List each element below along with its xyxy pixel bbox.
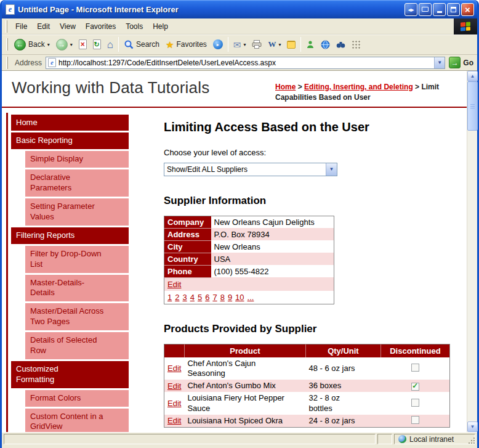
minimize-button[interactable]	[433, 3, 446, 16]
select-dropdown-icon[interactable]: ▼	[326, 163, 337, 176]
go-button[interactable]: → Go	[449, 57, 473, 68]
page-title: Limiting Access Based on the User	[164, 120, 467, 134]
forward-button[interactable]: → ▾	[53, 37, 76, 52]
menu-view[interactable]: View	[55, 20, 81, 33]
sidebar-item-basic-reporting[interactable]: Basic Reporting	[11, 132, 129, 149]
product-edit-link[interactable]: Edit	[167, 364, 181, 373]
access-level-select[interactable]: Show/Edit ALL Suppliers ▼	[164, 163, 337, 176]
product-edit-link[interactable]: Edit	[167, 399, 181, 408]
media-button[interactable]: ▸	[210, 38, 226, 51]
breadcrumb-separator: >	[298, 83, 302, 91]
resize-grip[interactable]	[473, 442, 475, 444]
pager-link-5[interactable]: 5	[198, 293, 202, 302]
toolbar: ← Back ▾ → ▾ × ↻ ⌂	[2, 35, 477, 55]
pager-link-6[interactable]: 6	[205, 293, 209, 302]
menu-help[interactable]: Help	[148, 20, 173, 33]
menu-edit[interactable]: Edit	[32, 20, 55, 33]
pager-link-2[interactable]: 2	[175, 293, 179, 302]
back-caret-icon: ▾	[47, 42, 50, 47]
sidebar-item-filter-by-dropdown-list[interactable]: Filter by Drop-Down List	[25, 246, 129, 273]
menu-tools[interactable]: Tools	[121, 20, 148, 33]
product-edit-link[interactable]: Edit	[167, 416, 181, 425]
mail-button[interactable]: ✉ ▾	[230, 38, 249, 51]
addressbar-grip[interactable]	[6, 57, 8, 69]
breadcrumb-separator: >	[415, 83, 419, 91]
discontinued-checkbox[interactable]	[411, 383, 419, 391]
pager: 12345678910...	[164, 291, 334, 304]
sidebar-item-filtering-reports[interactable]: Filtering Reports	[11, 227, 129, 244]
sidebar-item-details-of-selected-row[interactable]: Details of Selected Row	[25, 332, 129, 359]
discontinued-checkbox[interactable]	[411, 399, 419, 407]
pager-link-7[interactable]: 7	[212, 293, 217, 302]
back-button[interactable]: ← Back ▾	[11, 37, 53, 52]
pager-link-9[interactable]: 9	[228, 293, 232, 302]
breadcrumb-home-link[interactable]: Home	[275, 83, 296, 91]
column-header-product: Product	[184, 344, 305, 357]
menubar-grip[interactable]	[6, 20, 7, 33]
sidebar-item-customized-formatting[interactable]: Customized Formatting	[11, 361, 129, 388]
titlebar[interactable]: e Untitled Page - Microsoft Internet Exp…	[2, 0, 477, 18]
quick-launch-button[interactable]	[348, 38, 363, 51]
discontinued-checkbox[interactable]	[411, 364, 419, 372]
fullscreen-button[interactable]	[419, 3, 432, 16]
forward-icon: →	[56, 39, 68, 51]
discontinued-checkbox[interactable]	[411, 416, 419, 424]
globe-icon	[398, 435, 406, 443]
sidebar-nav: Home Basic Reporting Simple Display Decl…	[6, 113, 129, 432]
home-button[interactable]: ⌂	[104, 38, 116, 52]
close-button[interactable]: ×	[461, 3, 474, 16]
favorites-button[interactable]: ★ Favorites	[163, 38, 210, 51]
forward-caret-icon: ▾	[70, 42, 73, 47]
sidebar-item-simple-display[interactable]: Simple Display	[25, 151, 129, 168]
search-label: Search	[136, 40, 159, 49]
pager-link-8[interactable]: 8	[220, 293, 225, 302]
pager-row: 12345678910...	[164, 291, 334, 304]
pager-link-1[interactable]: 1	[167, 293, 172, 302]
menu-file[interactable]: File	[10, 20, 32, 33]
field-value: New Orleans Cajun Delights	[211, 216, 334, 228]
scroll-up-button[interactable]: ▲	[467, 71, 478, 81]
stop-button[interactable]: ×	[76, 38, 90, 51]
sidebar-item-master-detail-two-pages[interactable]: Master/Detail Across Two Pages	[25, 303, 129, 330]
print-button[interactable]	[249, 38, 265, 51]
scroll-down-button[interactable]: ▼	[467, 422, 478, 432]
sidebar-item-master-details-details[interactable]: Master-Details-Details	[25, 275, 129, 302]
menu-favorites[interactable]: Favorites	[81, 20, 121, 33]
messenger-button[interactable]	[303, 38, 318, 51]
search-button[interactable]: Search	[121, 38, 163, 51]
sidebar-item-home[interactable]: Home	[11, 115, 129, 131]
toolbar-grip[interactable]	[6, 38, 8, 51]
breadcrumb-section-link[interactable]: Editing, Inserting, and Deleting	[304, 83, 413, 91]
sidebar-item-setting-parameter-values[interactable]: Setting Parameter Values	[25, 198, 129, 226]
main-content: Limiting Access Based on the User Choose…	[129, 113, 467, 432]
pager-link-10[interactable]: 10	[235, 293, 244, 302]
discuss-button[interactable]	[284, 39, 299, 51]
address-input[interactable]: e http://localhost:1297/Code/EditInsertD…	[46, 57, 445, 69]
swap-screens-button[interactable]: ◂▸	[405, 3, 417, 16]
refresh-button[interactable]: ↻	[90, 38, 104, 51]
address-dropdown-button[interactable]: ▼	[434, 57, 445, 68]
edit-with-word-button[interactable]: W ▾	[265, 38, 284, 51]
vertical-scrollbar[interactable]: ▲ ▼	[467, 71, 477, 432]
pager-link-3[interactable]: 3	[182, 293, 187, 302]
pager-link-more[interactable]: ...	[248, 293, 254, 302]
pager-link-4[interactable]: 4	[190, 293, 195, 302]
table-row: Edit Chef Anton's Gumbo Mix 36 boxes	[164, 380, 450, 392]
address-bar: Address e http://localhost:1297/Code/Edi…	[2, 55, 477, 71]
field-label: Address	[164, 228, 211, 240]
sidebar-item-format-colors[interactable]: Format Colors	[25, 390, 129, 407]
sidebar-item-declarative-parameters[interactable]: Declarative Parameters	[25, 169, 129, 197]
sidebar-item-custom-content-gridview[interactable]: Custom Content in a GridView	[25, 409, 129, 432]
edit-caret-icon: ▾	[278, 42, 281, 47]
maximize-button[interactable]	[447, 3, 460, 16]
supplier-edit-link[interactable]: Edit	[167, 280, 181, 289]
product-name: Chef Anton's Gumbo Mix	[187, 381, 275, 391]
research-button[interactable]	[333, 39, 348, 51]
product-edit-link[interactable]: Edit	[167, 381, 181, 391]
sync-button[interactable]	[318, 38, 333, 51]
products-section-title: Products Provided by Supplier	[164, 323, 467, 335]
scrollbar-thumb[interactable]	[467, 81, 478, 131]
product-qty: 48 - 6 oz jars	[308, 364, 355, 373]
field-value: P.O. Box 78934	[211, 228, 334, 240]
grid-header-row: Product Qty/Unit Discontinued	[164, 344, 450, 357]
